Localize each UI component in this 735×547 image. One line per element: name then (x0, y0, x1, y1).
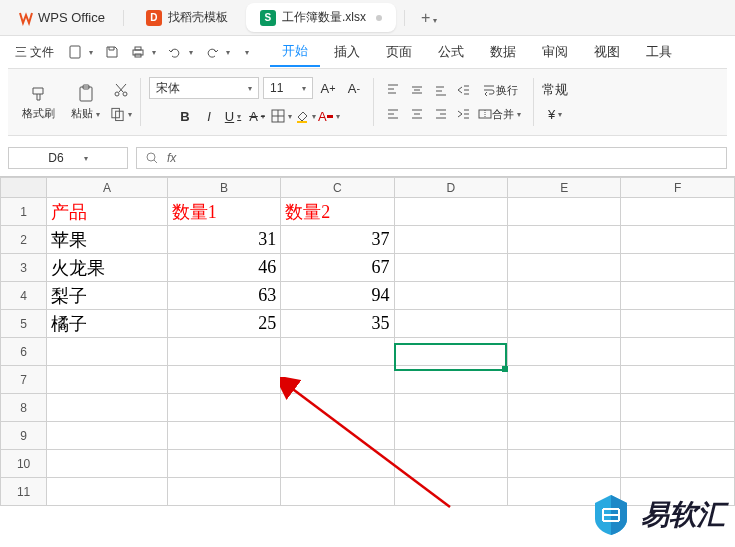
cell-b10[interactable] (167, 450, 280, 478)
border-button[interactable]: ▾ (270, 105, 292, 127)
align-center-button[interactable] (406, 103, 428, 125)
row-header-7[interactable]: 7 (1, 366, 47, 394)
font-color-button[interactable]: A▾ (318, 105, 340, 127)
col-header-b[interactable]: B (167, 178, 280, 198)
cell-f1[interactable] (621, 198, 735, 226)
cell-c6[interactable] (281, 338, 394, 366)
cell-a8[interactable] (47, 394, 167, 422)
row-header-10[interactable]: 10 (1, 450, 47, 478)
cell-a7[interactable] (47, 366, 167, 394)
align-bottom-button[interactable] (430, 79, 452, 101)
cell-f4[interactable] (621, 282, 735, 310)
number-format-select[interactable]: 常规 (542, 79, 568, 101)
cell-a3[interactable]: 火龙果 (47, 254, 167, 282)
strikethrough-button[interactable]: A▾ (246, 105, 268, 127)
cell-c10[interactable] (281, 450, 394, 478)
cell-b2[interactable]: 31 (167, 226, 280, 254)
menu-insert[interactable]: 插入 (322, 38, 372, 66)
fill-color-button[interactable]: ▾ (294, 105, 316, 127)
cell-c11[interactable] (281, 478, 394, 506)
cell-c7[interactable] (281, 366, 394, 394)
cell-e8[interactable] (508, 394, 621, 422)
print-button[interactable]: ▾ (126, 41, 161, 63)
row-header-3[interactable]: 3 (1, 254, 47, 282)
tab-file[interactable]: S 工作簿数量.xlsx (246, 3, 396, 32)
cell-b3[interactable]: 46 (167, 254, 280, 282)
cell-e4[interactable] (508, 282, 621, 310)
cell-e2[interactable] (508, 226, 621, 254)
menu-data[interactable]: 数据 (478, 38, 528, 66)
cell-d1[interactable] (394, 198, 507, 226)
more-button[interactable]: ▾ (237, 44, 254, 61)
cell-b6[interactable] (167, 338, 280, 366)
select-all-corner[interactable] (1, 178, 47, 198)
cell-e7[interactable] (508, 366, 621, 394)
bold-button[interactable]: B (174, 105, 196, 127)
cell-d2[interactable] (394, 226, 507, 254)
paste-button[interactable]: 粘贴▾ (65, 81, 106, 124)
cell-a9[interactable] (47, 422, 167, 450)
row-header-1[interactable]: 1 (1, 198, 47, 226)
row-header-4[interactable]: 4 (1, 282, 47, 310)
row-header-6[interactable]: 6 (1, 338, 47, 366)
cell-a6[interactable] (47, 338, 167, 366)
cell-c5[interactable]: 35 (281, 310, 394, 338)
save-button[interactable] (100, 41, 124, 63)
cell-e6[interactable] (508, 338, 621, 366)
cell-f9[interactable] (621, 422, 735, 450)
cell-f10[interactable] (621, 450, 735, 478)
menu-tools[interactable]: 工具 (634, 38, 684, 66)
new-button[interactable]: ▾ (63, 41, 98, 63)
cell-c2[interactable]: 37 (281, 226, 394, 254)
cell-b7[interactable] (167, 366, 280, 394)
cell-f5[interactable] (621, 310, 735, 338)
cell-d5[interactable] (394, 310, 507, 338)
indent-increase-button[interactable] (456, 103, 470, 125)
name-box[interactable]: D6 ▾ (8, 147, 128, 169)
underline-button[interactable]: U▾ (222, 105, 244, 127)
cell-b9[interactable] (167, 422, 280, 450)
cell-c8[interactable] (281, 394, 394, 422)
col-header-f[interactable]: F (621, 178, 735, 198)
cell-e5[interactable] (508, 310, 621, 338)
col-header-e[interactable]: E (508, 178, 621, 198)
indent-decrease-button[interactable] (456, 79, 470, 101)
cell-a10[interactable] (47, 450, 167, 478)
format-brush-button[interactable]: 格式刷 (16, 81, 61, 124)
cell-f7[interactable] (621, 366, 735, 394)
add-tab-button[interactable]: +▾ (413, 5, 445, 31)
cell-d3[interactable] (394, 254, 507, 282)
align-top-button[interactable] (382, 79, 404, 101)
italic-button[interactable]: I (198, 105, 220, 127)
font-size-select[interactable]: 11▾ (263, 77, 313, 99)
align-left-button[interactable] (382, 103, 404, 125)
cell-f2[interactable] (621, 226, 735, 254)
cell-d6[interactable] (394, 338, 507, 366)
merge-button[interactable]: 合并▾ (474, 103, 525, 125)
cell-c9[interactable] (281, 422, 394, 450)
menu-view[interactable]: 视图 (582, 38, 632, 66)
cell-b8[interactable] (167, 394, 280, 422)
cell-f6[interactable] (621, 338, 735, 366)
cell-a11[interactable] (47, 478, 167, 506)
align-right-button[interactable] (430, 103, 452, 125)
col-header-c[interactable]: C (281, 178, 394, 198)
menu-formula[interactable]: 公式 (426, 38, 476, 66)
cell-f3[interactable] (621, 254, 735, 282)
cell-e1[interactable] (508, 198, 621, 226)
cell-e3[interactable] (508, 254, 621, 282)
cell-d8[interactable] (394, 394, 507, 422)
col-header-a[interactable]: A (47, 178, 167, 198)
align-middle-button[interactable] (406, 79, 428, 101)
font-name-select[interactable]: 宋体▾ (149, 77, 259, 99)
decrease-font-button[interactable]: A- (343, 77, 365, 99)
menu-start[interactable]: 开始 (270, 37, 320, 67)
undo-button[interactable]: ▾ (163, 41, 198, 63)
cell-b5[interactable]: 25 (167, 310, 280, 338)
cell-d9[interactable] (394, 422, 507, 450)
cell-d4[interactable] (394, 282, 507, 310)
menu-page[interactable]: 页面 (374, 38, 424, 66)
cell-b11[interactable] (167, 478, 280, 506)
cell-b1[interactable]: 数量1 (167, 198, 280, 226)
row-header-9[interactable]: 9 (1, 422, 47, 450)
